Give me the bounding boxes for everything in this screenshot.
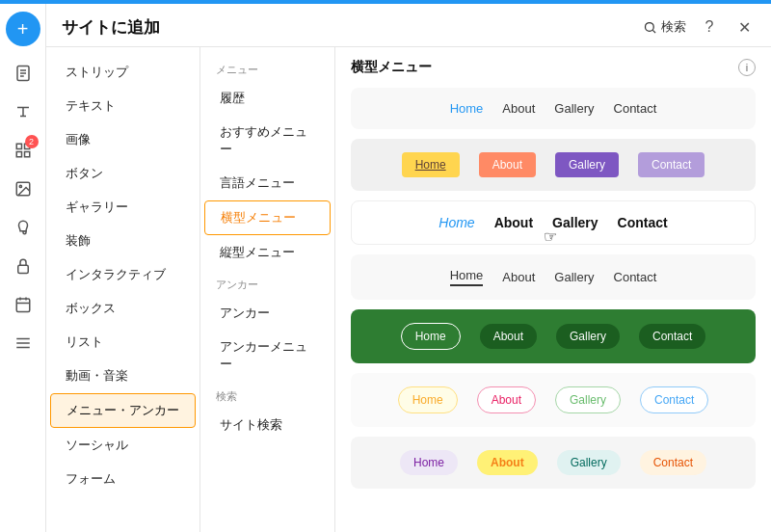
category-interactive[interactable]: インタラクティブ <box>50 258 196 291</box>
subcat-recommended[interactable]: おすすめメニュー <box>204 116 331 166</box>
lock-icon-btn[interactable] <box>6 249 40 283</box>
nav-home-4[interactable]: Home <box>450 268 484 286</box>
category-image[interactable]: 画像 <box>50 123 196 156</box>
svg-rect-10 <box>17 265 28 273</box>
nav-gallery-2[interactable]: Gallery <box>555 152 619 177</box>
section-label-anchor: アンカー <box>200 270 334 296</box>
nav-about-7[interactable]: About <box>477 450 538 475</box>
grid-icon-btn[interactable] <box>6 326 40 360</box>
svg-point-18 <box>646 22 654 31</box>
category-text[interactable]: テキスト <box>50 90 196 122</box>
nav-contact-1[interactable]: Contact <box>614 101 657 116</box>
nav-gallery-7[interactable]: Gallery <box>557 450 621 475</box>
search-button[interactable]: 検索 <box>643 18 686 36</box>
nav-home-5[interactable]: Home <box>401 323 461 350</box>
close-button[interactable]: ✕ <box>732 15 756 39</box>
subcat-anchor-menu[interactable]: アンカーメニュー <box>204 331 331 381</box>
nav-gallery-6[interactable]: Gallery <box>555 386 621 413</box>
section-label-search: 検索 <box>200 382 334 408</box>
nav-gallery-4[interactable]: Gallery <box>554 270 594 284</box>
menu-style-2[interactable]: Home About Gallery Contact <box>351 139 756 191</box>
category-gallery[interactable]: ギャラリー <box>50 191 196 224</box>
subcat-horizontal[interactable]: 横型メニュー <box>204 200 331 235</box>
subcat-history[interactable]: 履歴 <box>204 82 331 115</box>
panel-title: サイトに追加 <box>62 16 160 39</box>
panel-header: サイトに追加 検索 ? ✕ <box>46 4 771 47</box>
icon-sidebar: + 2 <box>0 4 46 532</box>
svg-rect-4 <box>16 144 21 148</box>
help-button[interactable]: ? <box>698 15 721 39</box>
nav-about-3[interactable]: About <box>494 215 533 230</box>
search-label: 検索 <box>661 18 686 36</box>
nav-contact-3[interactable]: Contact <box>618 215 668 230</box>
nav-about-2[interactable]: About <box>479 152 536 177</box>
section-label-menu: メニュー <box>200 55 334 81</box>
preview-header: 横型メニュー i <box>351 59 756 76</box>
add-button[interactable]: + <box>6 12 40 46</box>
nav-about-4[interactable]: About <box>502 270 535 284</box>
menu-style-7[interactable]: Home About Gallery Contact <box>351 437 756 489</box>
menu-style-5[interactable]: Home About Gallery Contact <box>351 309 756 363</box>
document-icon-btn[interactable] <box>6 56 40 91</box>
nav-about-5[interactable]: About <box>480 324 537 349</box>
cursor-icon: ☞ <box>544 227 557 246</box>
subcat-vertical[interactable]: 縦型メニュー <box>204 236 331 269</box>
subcat-language[interactable]: 言語メニュー <box>204 167 331 200</box>
nav-contact-7[interactable]: Contact <box>640 450 706 475</box>
category-list[interactable]: リスト <box>50 326 196 359</box>
info-icon[interactable]: i <box>738 59 756 76</box>
header-actions: 検索 ? ✕ <box>643 15 756 39</box>
nav-home-6[interactable]: Home <box>398 386 458 413</box>
svg-line-19 <box>652 30 655 33</box>
calendar-icon-btn[interactable] <box>6 287 40 322</box>
svg-rect-6 <box>16 152 21 157</box>
category-box[interactable]: ボックス <box>50 292 196 325</box>
category-video-music[interactable]: 動画・音楽 <box>50 359 196 392</box>
paint-icon-btn[interactable] <box>6 210 40 245</box>
preview-title: 横型メニュー <box>351 59 432 76</box>
nav-gallery-5[interactable]: Gallery <box>556 324 620 349</box>
nav-home-7[interactable]: Home <box>400 450 458 475</box>
subcat-anchor[interactable]: アンカー <box>204 297 331 330</box>
nav-contact-6[interactable]: Contact <box>640 386 708 413</box>
category-form[interactable]: フォーム <box>50 463 196 495</box>
category-button[interactable]: ボタン <box>50 157 196 190</box>
category-decoration[interactable]: 装飾 <box>50 225 196 257</box>
nav-contact-4[interactable]: Contact <box>614 270 657 284</box>
nav-gallery-3[interactable]: Gallery <box>552 215 598 230</box>
svg-rect-11 <box>16 299 30 312</box>
image-icon-btn[interactable] <box>6 172 40 206</box>
menu-style-3[interactable]: Home About Gallery Contact ☞ <box>351 200 756 245</box>
nav-about-1[interactable]: About <box>502 101 535 116</box>
svg-rect-7 <box>24 152 29 157</box>
nav-home-2[interactable]: Home <box>402 152 460 177</box>
preview-column: 横型メニュー i Home About Gallery Contact Home… <box>335 47 771 532</box>
text-icon-btn[interactable] <box>6 94 40 129</box>
subcategories-column: メニュー 履歴 おすすめメニュー 言語メニュー 横型メニュー 縦型メニュー アン… <box>200 47 335 532</box>
nav-contact-2[interactable]: Contact <box>638 152 705 177</box>
category-strip[interactable]: ストリップ <box>50 56 196 89</box>
nav-home-1[interactable]: Home <box>450 101 484 116</box>
nav-about-6[interactable]: About <box>477 386 536 413</box>
menu-style-1[interactable]: Home About Gallery Contact <box>351 88 756 129</box>
apps-icon-btn[interactable]: 2 <box>6 133 40 168</box>
category-menu-anchor[interactable]: メニュー・アンカー <box>50 393 196 428</box>
nav-contact-5[interactable]: Contact <box>639 324 705 349</box>
categories-column: ストリップ テキスト 画像 ボタン ギャラリー 装飾 インタラクティブ ボックス… <box>46 47 200 532</box>
svg-point-9 <box>19 185 21 187</box>
nav-home-3[interactable]: Home <box>439 215 474 230</box>
category-social[interactable]: ソーシャル <box>50 429 196 462</box>
menu-style-4[interactable]: Home About Gallery Contact <box>351 254 756 300</box>
nav-gallery-1[interactable]: Gallery <box>554 101 594 116</box>
subcat-site-search[interactable]: サイト検索 <box>204 409 331 441</box>
menu-style-6[interactable]: Home About Gallery Contact <box>351 373 756 427</box>
